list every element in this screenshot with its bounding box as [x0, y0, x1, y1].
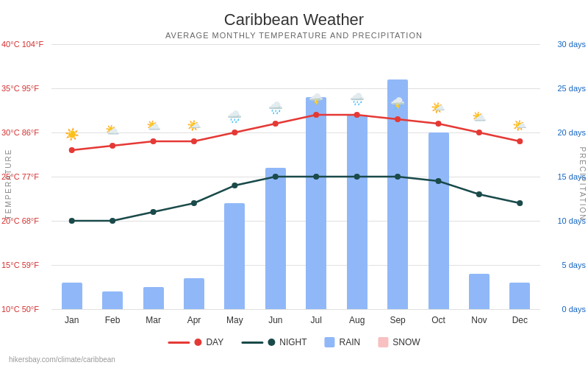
legend-night-line: [241, 342, 263, 344]
y-label-right-0: 30 days: [557, 40, 586, 49]
legend-night-dot: [268, 339, 275, 346]
month-label-apr: Apr: [173, 315, 214, 325]
weather-icon-jun: 🌧️: [268, 101, 283, 115]
y-label-left-2: 30°C 86°F: [1, 128, 39, 137]
y-label-left-0: 40°C 104°F: [1, 40, 43, 49]
y-label-right-5: 5 days: [562, 261, 586, 269]
month-label-oct: Oct: [418, 315, 459, 325]
legend-rain-square: [325, 337, 335, 347]
legend-rain: RAIN: [325, 337, 361, 347]
legend-day-line: [168, 342, 190, 344]
month-label-aug: Aug: [337, 315, 377, 325]
watermark: hikersbay.com/climate/caribbean: [9, 355, 115, 364]
legend-day-label: DAY: [206, 337, 223, 347]
weather-icon-jan: ☀️: [65, 127, 79, 141]
weather-icon-apr: 🌤️: [187, 118, 201, 132]
left-axis-title: TEMPERATURE: [4, 149, 12, 220]
y-label-left-6: 10°C 50°F: [1, 305, 39, 314]
chart-container: Caribbean Weather AVERAGE MONTHLY TEMPER…: [0, 0, 588, 368]
weather-icon-jul: 🌩️: [309, 92, 323, 106]
weather-icon-aug: 🌧️: [350, 92, 365, 106]
right-axis-title: PRECIPITATION: [578, 146, 587, 221]
chart-subtitle: AVERAGE MONTHLY TEMPERATURE AND PRECIPIT…: [0, 31, 588, 40]
y-label-left-1: 35°C 95°F: [1, 84, 39, 93]
y-label-left-3: 25°C 77°F: [1, 172, 39, 181]
weather-icon-oct: 🌤️: [431, 101, 445, 115]
weather-icon-nov: ⛅: [472, 110, 487, 124]
y-label-right-6: 0 days: [562, 305, 586, 314]
icons-layer: ☀️⛅⛅🌤️🌧️🌧️🌩️🌧️⛈️🌤️⛅🌤️: [51, 44, 540, 309]
month-label-jul: Jul: [296, 315, 337, 325]
chart-title: Caribbean Weather: [0, 0, 588, 29]
legend-night: NIGHT: [241, 337, 306, 347]
legend: DAY NIGHT RAIN SNOW: [168, 337, 420, 347]
y-label-right-3: 15 days: [557, 172, 586, 181]
legend-day-dot: [194, 339, 201, 346]
y-label-right-4: 10 days: [557, 216, 586, 225]
weather-icon-may: 🌧️: [227, 110, 242, 124]
y-label-left-4: 20°C 68°F: [1, 216, 39, 225]
y-label-right-1: 25 days: [557, 84, 586, 93]
legend-night-label: NIGHT: [279, 337, 306, 347]
weather-icon-mar: ⛅: [146, 118, 161, 132]
weather-icon-dec: 🌤️: [512, 118, 527, 132]
month-label-mar: Mar: [133, 315, 173, 325]
legend-rain-label: RAIN: [340, 337, 361, 347]
month-label-sep: Sep: [377, 315, 417, 325]
grid-line-6: [51, 309, 540, 310]
weather-icon-feb: ⛅: [105, 123, 120, 137]
y-label-right-2: 20 days: [557, 128, 586, 137]
month-label-dec: Dec: [500, 315, 540, 325]
month-label-jan: Jan: [51, 315, 92, 325]
chart-area: 40°C 104°F30 days35°C 95°F25 days30°C 86…: [51, 44, 540, 309]
legend-day: DAY: [168, 337, 223, 347]
month-label-feb: Feb: [92, 315, 132, 325]
month-labels: JanFebMarAprMayJunJulAugSepOctNovDec: [51, 315, 540, 325]
legend-snow: SNOW: [378, 337, 420, 347]
month-label-nov: Nov: [459, 315, 499, 325]
weather-icon-sep: ⛈️: [390, 96, 405, 110]
legend-snow-label: SNOW: [392, 337, 420, 347]
month-label-jun: Jun: [255, 315, 295, 325]
month-label-may: May: [215, 315, 255, 325]
legend-snow-square: [378, 337, 388, 347]
y-label-left-5: 15°C 59°F: [1, 261, 39, 269]
